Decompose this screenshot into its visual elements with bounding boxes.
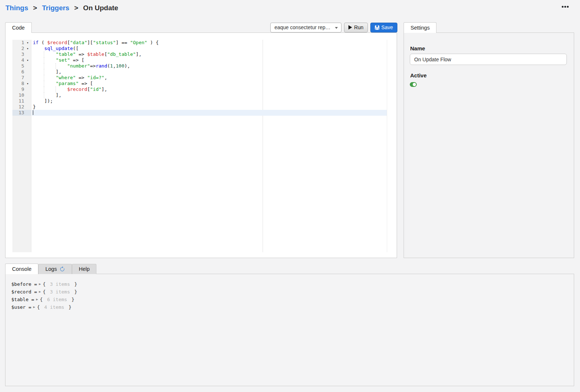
tab-console[interactable]: Console — [5, 264, 38, 274]
fold-toggle-icon[interactable]: ▾ — [24, 57, 31, 63]
code-line[interactable]: if ( $record["data"]["status"] == "Open"… — [32, 40, 387, 46]
code-token: "status" — [93, 40, 116, 45]
fold-gutter — [24, 110, 31, 116]
tab-help[interactable]: Help — [72, 264, 97, 274]
gutter-row: 2▾ — [12, 46, 31, 51]
expand-icon[interactable]: ▶ — [39, 288, 41, 296]
expand-icon[interactable]: ▶ — [33, 303, 35, 311]
expand-icon[interactable]: ▶ — [36, 296, 38, 303]
fold-gutter — [24, 104, 31, 110]
dropdown-caret-icon — [335, 27, 338, 29]
variable-name: $user = — [11, 303, 31, 311]
code-token: [ — [87, 87, 90, 92]
flow-select[interactable]: eaque consectetur rep… — [270, 23, 341, 32]
code-line[interactable]: } — [32, 104, 387, 110]
variable-name: $table = — [11, 296, 34, 303]
code-lines: if ( $record["data"]["status"] == "Open"… — [32, 40, 387, 116]
indent-guide — [44, 57, 44, 63]
code-line[interactable]: ], — [32, 92, 387, 98]
active-toggle[interactable] — [410, 82, 417, 87]
code-token: [ — [67, 40, 70, 45]
code-line[interactable]: "params" => [ — [32, 81, 387, 87]
fold-gutter — [24, 92, 31, 98]
line-number: 3 — [12, 51, 24, 57]
line-number: 8 — [12, 81, 24, 87]
line-number: 4 — [12, 57, 24, 63]
save-button-label: Save — [381, 24, 393, 30]
code-line[interactable]: "table" => $table["db_table"], — [32, 51, 387, 57]
fold-toggle-icon[interactable]: ▾ — [24, 81, 31, 87]
overflow-menu-icon[interactable] — [562, 6, 569, 8]
breadcrumb-separator: > — [33, 4, 37, 12]
code-token: if — [33, 40, 39, 45]
indent-guide — [44, 75, 44, 81]
code-token: ], — [102, 87, 107, 92]
tab-settings-label: Settings — [411, 23, 430, 33]
tab-logs[interactable]: Logs — [38, 264, 72, 274]
item-count: 6 items — [47, 296, 67, 303]
fold-toggle-icon[interactable]: ▾ — [24, 46, 31, 51]
code-token: ) { — [147, 40, 159, 45]
line-number: 12 — [12, 104, 24, 110]
code-line[interactable]: ], — [32, 69, 387, 75]
gutter-row: 3 — [12, 51, 31, 57]
code-token: $table — [87, 51, 104, 57]
code-line[interactable]: sql_update([ — [32, 46, 387, 51]
code-token — [33, 63, 67, 69]
fold-toggle-icon[interactable]: ▾ — [24, 40, 31, 46]
code-line[interactable]: ]); — [32, 98, 387, 104]
run-button[interactable]: Run — [344, 23, 368, 32]
code-token: ([ — [73, 46, 79, 51]
gutter-row: 7 — [12, 75, 31, 81]
code-token — [33, 87, 67, 92]
code-editor[interactable]: 1▾2▾34▾5678▾910111213 if ( $record["data… — [12, 40, 387, 252]
code-line[interactable]: "where" => "id=?", — [32, 75, 387, 81]
flow-select-value: eaque consectetur rep… — [274, 24, 330, 30]
line-number: 2 — [12, 46, 24, 51]
text-cursor — [33, 110, 33, 115]
code-line[interactable] — [32, 110, 387, 116]
gutter-row: 12 — [12, 104, 31, 110]
code-token: => [ — [79, 81, 93, 86]
open-brace: { — [43, 280, 46, 288]
toggle-knob-icon — [413, 83, 416, 86]
expand-icon[interactable]: ▶ — [39, 280, 41, 288]
gutter-row: 8▾ — [12, 81, 31, 87]
console-entry: $record = ▶{3 items} — [11, 288, 77, 296]
line-number: 5 — [12, 63, 24, 69]
code-token — [33, 51, 56, 57]
gutter-row: 1▾ — [12, 40, 31, 46]
indent-guide — [44, 51, 44, 57]
save-button[interactable]: Save — [370, 23, 397, 32]
code-line[interactable]: $record["id"], — [32, 87, 387, 92]
code-token: , — [113, 63, 116, 69]
code-token: } — [33, 104, 36, 109]
settings-panel: Name Active — [404, 32, 574, 258]
open-brace: { — [40, 296, 43, 303]
tab-code[interactable]: Code — [5, 22, 32, 33]
item-count: 4 items — [44, 303, 64, 311]
code-token: 100 — [116, 63, 124, 69]
tab-settings[interactable]: Settings — [404, 22, 436, 33]
name-input[interactable] — [410, 54, 567, 65]
code-token: ], — [33, 69, 61, 74]
gutter-row: 9 — [12, 87, 31, 92]
gutter-row: 6 — [12, 69, 31, 75]
close-brace: } — [75, 280, 77, 288]
breadcrumb-link-things[interactable]: Things — [5, 4, 28, 12]
code-token: sql_update — [44, 46, 73, 51]
code-token — [33, 75, 56, 80]
tab-help-label: Help — [79, 264, 90, 274]
fold-gutter — [24, 98, 31, 104]
breadcrumb-link-triggers[interactable]: Triggers — [42, 4, 69, 12]
play-icon — [348, 25, 352, 30]
code-line[interactable]: "number"=>rand(1,100), — [32, 63, 387, 69]
code-token: ( — [39, 40, 47, 45]
code-token: "table" — [56, 51, 76, 57]
refresh-icon[interactable] — [60, 266, 65, 272]
indent-guide — [44, 87, 44, 92]
code-token — [33, 46, 44, 51]
code-line[interactable]: "set" => [ — [32, 57, 387, 63]
variable-name: $record = — [11, 288, 37, 296]
console-entry: $user = ▶{4 items} — [11, 303, 77, 311]
